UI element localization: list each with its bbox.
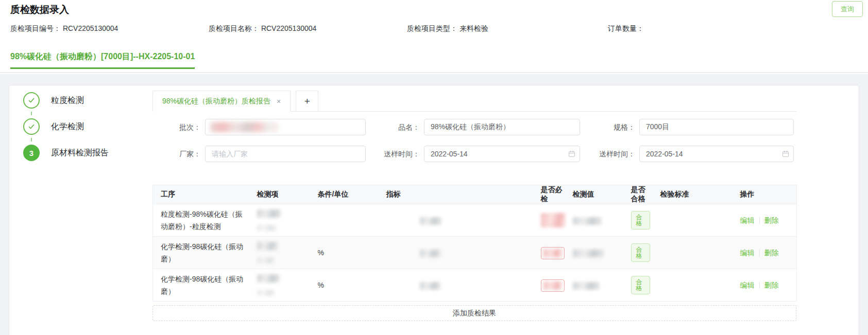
table-row: 化学检测-98碳化硅（振动磨） %: [153, 269, 797, 302]
report-tabbar: 98%碳化硅（振动磨粉）质检报告 × +: [152, 91, 796, 112]
standard-cell: [655, 237, 735, 269]
step-current-circle: 3: [23, 145, 40, 161]
report-tab-label: 98%碳化硅（振动磨粉）质检报告: [162, 97, 270, 106]
step-label: 粒度检测: [51, 95, 84, 106]
actions-cell: 编辑删除: [735, 204, 797, 237]
delete-link[interactable]: 删除: [764, 216, 779, 224]
product-name-input[interactable]: [424, 119, 580, 135]
project-name-label: 质检项目名称：: [209, 24, 259, 32]
redacted-test-value: [573, 282, 600, 290]
report-tab-active[interactable]: 98%碳化硅（振动磨粉）质检报告 ×: [152, 91, 291, 112]
delete-link[interactable]: 删除: [764, 249, 779, 257]
indicator-cell: [381, 269, 536, 302]
action-divider: [759, 282, 760, 289]
add-tab-button[interactable]: +: [296, 91, 318, 112]
table-header-row: 工序 检测项 条件/单位 指标 是否必检 检测值 是否合格 检验标准 操作: [153, 185, 797, 204]
step-raw-material-report[interactable]: 3 原材料检测报告: [23, 145, 109, 161]
col-process: 工序: [153, 185, 252, 204]
step-done-circle: [23, 92, 40, 109]
qualified-cell: 合格: [626, 269, 655, 302]
redacted-indicator: [420, 250, 440, 257]
step-label: 化学检测: [51, 121, 84, 132]
inspection-panel: 粒度检测 化学检测 3 原材料检测报告 98%碳: [9, 85, 859, 335]
col-actions: 操作: [735, 185, 797, 204]
batch-input-wrap: [205, 119, 366, 135]
delete-link[interactable]: 删除: [764, 281, 779, 289]
col-condition-unit: 条件/单位: [313, 185, 381, 204]
sample-date-input-1[interactable]: [424, 146, 580, 162]
redacted-indicator: [420, 282, 440, 290]
step-chemical[interactable]: 化学检测: [23, 118, 109, 135]
test-item-cell: [252, 269, 313, 302]
qualified-badge: 合格: [631, 243, 650, 262]
product-name-input-wrap: [424, 119, 580, 135]
order-qty-label: 订单数量：: [608, 24, 644, 32]
sample-date-label-2: 送样时间：: [587, 146, 635, 162]
manufacturer-input[interactable]: [205, 146, 366, 162]
action-divider: [759, 217, 760, 224]
standard-cell: [655, 269, 735, 302]
redacted-test-item: [257, 290, 275, 296]
query-button[interactable]: 查询: [832, 1, 863, 17]
edit-link[interactable]: 编辑: [740, 216, 755, 224]
step-done-circle: [23, 118, 40, 135]
col-test-item: 检测项: [252, 185, 313, 204]
add-result-button[interactable]: 添加质检结果: [152, 305, 796, 321]
material-tab-active[interactable]: 98%碳化硅（振动磨粉）[7000目]--HX-2205-10-01: [10, 51, 195, 69]
qualified-badge: 合格: [631, 276, 650, 294]
actions-cell: 编辑删除: [735, 237, 797, 269]
redacted-test-item: [257, 225, 277, 231]
qc-results-table: 工序 检测项 条件/单位 指标 是否必检 检测值 是否合格 检验标准 操作 粒度…: [152, 185, 797, 302]
redacted-test-value: [573, 217, 602, 225]
project-name-field: 质检项目名称： RCV2205130004: [209, 24, 316, 33]
redacted-required: [541, 213, 566, 227]
manufacturer-input-wrap: [205, 146, 366, 162]
close-tab-icon[interactable]: ×: [277, 97, 281, 105]
inspection-stepper: 粒度检测 化学检测 3 原材料检测报告: [23, 92, 109, 161]
step-connector: [31, 138, 32, 142]
qualified-cell: 合格: [626, 204, 655, 237]
col-test-value: 检测值: [568, 185, 626, 204]
qualified-cell: 合格: [626, 237, 655, 269]
col-indicator: 指标: [381, 185, 536, 204]
test-item-cell: [252, 237, 313, 269]
spec-input[interactable]: [639, 119, 794, 135]
redacted-test-item: [257, 257, 275, 263]
col-standard: 检验标准: [655, 185, 735, 204]
redacted-test-item: [257, 242, 278, 250]
project-type-value: 来料检验: [459, 24, 488, 32]
page-header: 质检数据录入 查询 质检项目编号： RCV2205130004 质检项目名称： …: [0, 0, 868, 73]
redacted-batch-value: [210, 122, 278, 132]
project-info-bar: 质检项目编号： RCV2205130004 质检项目名称： RCV2205130…: [0, 24, 868, 34]
order-qty-field: 订单数量：: [608, 24, 644, 33]
step-particle-size[interactable]: 粒度检测: [23, 92, 109, 109]
sample-date-input-wrap-1: [424, 146, 580, 162]
test-value-cell: [568, 269, 626, 302]
project-type-label: 质检项目类型：: [407, 24, 457, 32]
required-cell: [536, 237, 568, 269]
step-label: 原材料检测报告: [51, 148, 109, 158]
plus-icon: +: [304, 96, 310, 107]
sample-date-input-2[interactable]: [639, 146, 794, 162]
required-cell: [536, 269, 568, 302]
indicator-cell: [381, 204, 536, 237]
condition-unit-cell: %: [313, 269, 381, 302]
page-body: 粒度检测 化学检测 3 原材料检测报告 98%碳: [0, 74, 868, 335]
edit-link[interactable]: 编辑: [740, 281, 755, 289]
step-connector: [31, 112, 32, 115]
redacted-test-item: [257, 274, 280, 283]
col-required: 是否必检: [536, 185, 568, 204]
sample-date-label-1: 送样时间：: [371, 146, 420, 162]
sample-date-input-wrap-2: [639, 146, 794, 162]
check-icon: [27, 122, 36, 131]
test-item-cell: [252, 204, 313, 237]
condition-unit-cell: [313, 204, 381, 237]
required-cell: [536, 204, 568, 237]
test-value-cell: [568, 237, 626, 269]
edit-link[interactable]: 编辑: [740, 249, 755, 257]
spec-input-wrap: [639, 119, 794, 135]
manufacturer-label: 厂家：: [152, 146, 201, 162]
spec-label: 规格：: [587, 119, 635, 135]
redacted-required: [543, 281, 562, 290]
col-qualified: 是否合格: [626, 185, 655, 204]
